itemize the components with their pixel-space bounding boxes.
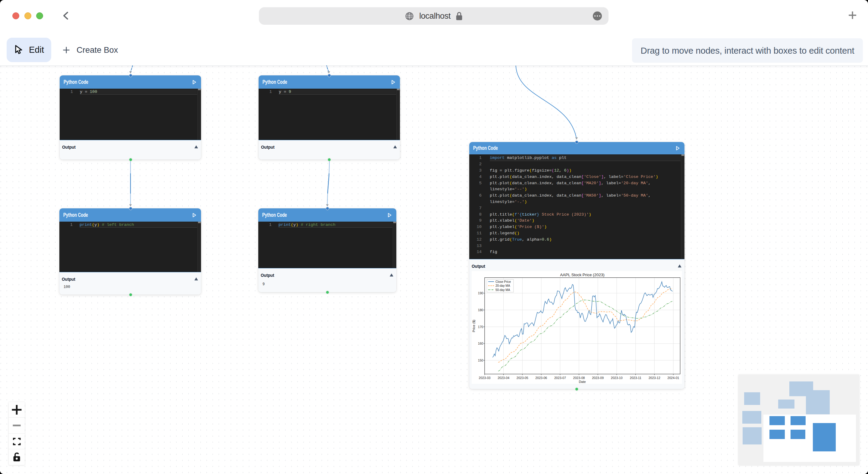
svg-text:150: 150 xyxy=(478,358,484,362)
svg-text:2023-11: 2023-11 xyxy=(630,376,641,380)
svg-text:190: 190 xyxy=(478,291,484,295)
svg-text:20-day MA: 20-day MA xyxy=(495,284,510,287)
svg-text:180: 180 xyxy=(478,308,484,312)
svg-text:2023-10: 2023-10 xyxy=(611,376,623,380)
svg-text:2023-09: 2023-09 xyxy=(592,376,604,380)
svg-text:Close Price: Close Price xyxy=(495,280,511,284)
svg-text:170: 170 xyxy=(478,325,484,329)
svg-text:50-day MA: 50-day MA xyxy=(495,288,510,292)
svg-text:2023-08: 2023-08 xyxy=(573,376,585,380)
svg-text:2023-12: 2023-12 xyxy=(649,376,660,380)
svg-text:2023-04: 2023-04 xyxy=(498,376,509,380)
svg-text:Date: Date xyxy=(579,380,586,384)
svg-text:2023-07: 2023-07 xyxy=(554,376,566,380)
svg-text:2023-06: 2023-06 xyxy=(535,376,547,380)
svg-text:2023-03: 2023-03 xyxy=(479,376,491,380)
svg-text:2024-01: 2024-01 xyxy=(668,376,679,380)
svg-text:Price ($): Price ($) xyxy=(472,320,475,332)
svg-text:160: 160 xyxy=(478,342,484,345)
svg-text:2023-05: 2023-05 xyxy=(517,376,528,380)
svg-text:AAPL Stock Price (2023): AAPL Stock Price (2023) xyxy=(560,273,604,277)
